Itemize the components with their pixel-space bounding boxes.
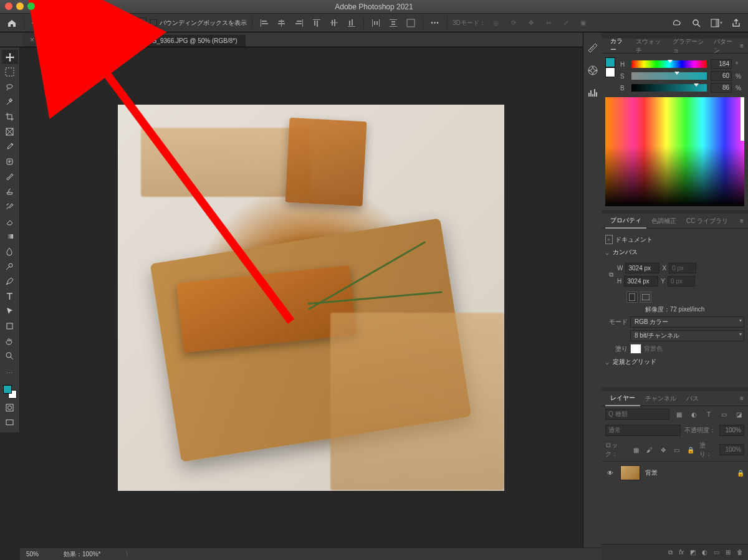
edit-toolbar-icon[interactable]: ⋯: [2, 366, 18, 381]
histogram-panel-icon[interactable]: [587, 87, 598, 98]
workspace-icon[interactable]: ▾: [709, 16, 723, 30]
group-icon[interactable]: ▭: [714, 549, 719, 556]
lock-nest-icon[interactable]: ▭: [672, 444, 682, 455]
fg-color-swatch[interactable]: [3, 385, 12, 394]
tab-layers[interactable]: レイヤー: [605, 391, 640, 406]
bri-input[interactable]: 86: [711, 83, 732, 93]
document-tab-0[interactable]: × 名称未設定 1 @ 50% (RGB/8): [22, 33, 130, 47]
sat-input[interactable]: 60: [711, 71, 732, 81]
distribute-h-icon[interactable]: [369, 16, 383, 30]
panel-menu-icon[interactable]: ≡: [740, 395, 744, 402]
filter-shape-icon[interactable]: ▭: [718, 409, 729, 420]
auto-select-dropdown[interactable]: レイヤー: [108, 17, 146, 29]
eraser-tool[interactable]: [2, 214, 18, 229]
visibility-icon[interactable]: 👁: [605, 470, 615, 477]
home-button[interactable]: [5, 16, 19, 30]
adjustment-layer-icon[interactable]: ◐: [702, 549, 707, 556]
blend-mode-dropdown[interactable]: 通常: [605, 425, 681, 436]
fg-bg-swatch[interactable]: [2, 384, 18, 400]
canvas-section[interactable]: カンバス: [605, 248, 744, 257]
bit-depth-dropdown[interactable]: 8 bit/チャンネル: [630, 330, 744, 341]
blur-tool[interactable]: [2, 244, 18, 259]
clone-stamp-tool[interactable]: [2, 184, 18, 199]
new-layer-icon[interactable]: ⊞: [726, 549, 731, 556]
tab-libraries[interactable]: CC ライブラリ: [681, 214, 733, 228]
delete-layer-icon[interactable]: 🗑: [737, 549, 743, 556]
layer-name[interactable]: 背景: [645, 468, 658, 477]
document-canvas[interactable]: [118, 105, 504, 491]
color-mode-dropdown[interactable]: RGB カラー: [630, 316, 744, 328]
height-input[interactable]: 3024 px: [624, 276, 658, 287]
move-tool[interactable]: [2, 50, 18, 64]
brush-tool[interactable]: [2, 169, 18, 184]
lock-paint-icon[interactable]: 🖌: [645, 444, 654, 455]
align-top-icon[interactable]: [310, 16, 324, 30]
show-bounding-box-checkbox[interactable]: [150, 19, 157, 26]
type-tool[interactable]: [2, 289, 18, 303]
ruler-grid-section[interactable]: 定規とグリッド: [605, 358, 744, 366]
opacity-input[interactable]: 100%: [719, 425, 744, 436]
auto-select-checkbox[interactable]: [65, 19, 72, 26]
panel-bg-swatch[interactable]: [605, 67, 615, 77]
zoom-tool[interactable]: [2, 349, 18, 363]
screen-mode-icon[interactable]: [2, 415, 18, 430]
filter-type-icon[interactable]: T: [703, 409, 714, 420]
lock-all-icon[interactable]: 🔒: [686, 444, 696, 455]
layer-thumbnail[interactable]: [620, 465, 640, 480]
align-h-center-icon[interactable]: [275, 16, 289, 30]
align-v-center-icon[interactable]: [327, 16, 341, 30]
hue-slider[interactable]: [631, 60, 707, 68]
crop-tool[interactable]: [2, 110, 18, 124]
cloud-docs-icon[interactable]: [669, 16, 683, 30]
layer-row[interactable]: 👁 背景 🔒: [602, 461, 748, 484]
panel-menu-icon[interactable]: ≡: [740, 42, 744, 49]
lasso-tool[interactable]: [2, 80, 18, 94]
link-wh-icon[interactable]: ⧉: [609, 271, 613, 278]
healing-tool[interactable]: [2, 154, 18, 169]
tab-channels[interactable]: チャンネル: [640, 392, 681, 406]
orientation-portrait-icon[interactable]: [626, 292, 638, 303]
layer-mask-icon[interactable]: ◩: [690, 549, 696, 556]
filter-smart-icon[interactable]: ◪: [733, 409, 744, 420]
close-tab-icon[interactable]: ×: [30, 37, 34, 43]
bri-slider[interactable]: [631, 84, 707, 92]
zoom-window-btn[interactable]: [27, 2, 35, 10]
eyedropper-tool[interactable]: [2, 140, 18, 154]
pen-tool[interactable]: [2, 274, 18, 288]
filter-pixel-icon[interactable]: ▦: [673, 409, 684, 420]
align-bottom-icon[interactable]: [345, 16, 358, 30]
distribute-v-icon[interactable]: [386, 16, 400, 30]
search-icon[interactable]: [689, 16, 703, 30]
close-tab-icon[interactable]: ×: [137, 38, 141, 44]
tab-properties[interactable]: プロパティ: [605, 214, 646, 229]
filter-adjust-icon[interactable]: ◐: [688, 409, 699, 420]
sat-slider[interactable]: [631, 72, 707, 80]
align-right-icon[interactable]: [292, 16, 306, 30]
status-arrow-icon[interactable]: 〉: [125, 550, 132, 559]
dodge-tool[interactable]: [2, 259, 18, 273]
hand-tool[interactable]: [2, 334, 18, 348]
lock-pos-icon[interactable]: ✥: [658, 444, 668, 455]
link-layers-icon[interactable]: ⧉: [668, 549, 673, 556]
align-left-icon[interactable]: [257, 16, 271, 30]
zoom-level[interactable]: 50%: [26, 551, 39, 558]
share-icon[interactable]: [729, 16, 743, 30]
lock-trans-icon[interactable]: ▦: [631, 444, 641, 455]
quick-mask-icon[interactable]: [2, 401, 18, 415]
gradient-tool[interactable]: [2, 229, 18, 244]
close-window-btn[interactable]: [5, 2, 12, 10]
minimize-window-btn[interactable]: [16, 2, 24, 10]
path-selection-tool[interactable]: [2, 304, 18, 318]
history-brush-tool[interactable]: [2, 199, 18, 214]
hue-input[interactable]: 184: [711, 59, 732, 69]
orientation-landscape-icon[interactable]: [640, 292, 651, 303]
fill-swatch[interactable]: [630, 344, 641, 354]
color-spectrum[interactable]: [605, 97, 744, 206]
frame-tool[interactable]: [2, 125, 18, 139]
layer-fx-icon[interactable]: fx: [679, 549, 684, 556]
shape-tool[interactable]: [2, 319, 18, 333]
tab-paths[interactable]: パス: [681, 392, 704, 406]
magic-wand-tool[interactable]: [2, 95, 18, 109]
status-info[interactable]: 効果：100%*: [64, 550, 100, 559]
layer-fill-input[interactable]: 100%: [719, 444, 744, 455]
